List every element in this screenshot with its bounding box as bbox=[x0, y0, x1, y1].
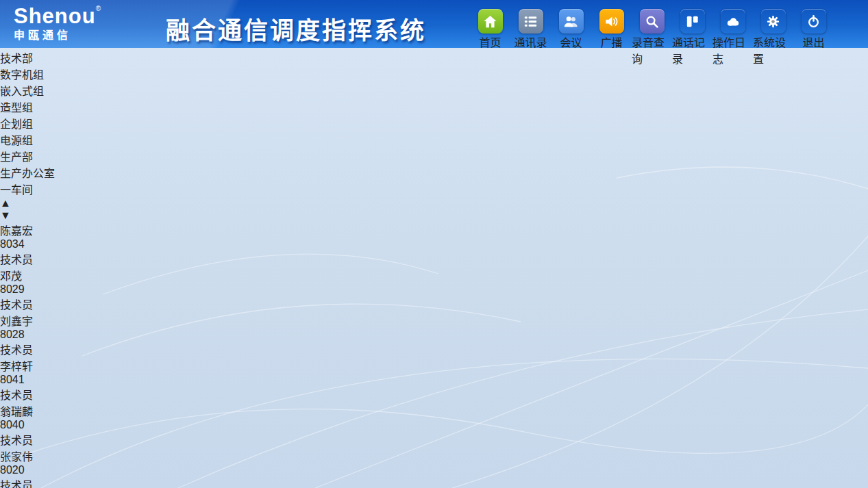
contact-name: 张家伟 bbox=[0, 448, 868, 464]
sidebar-item-qianrushizu[interactable]: 嵌入式组 bbox=[0, 82, 868, 99]
scroll-up-icon[interactable]: ▲ bbox=[0, 197, 868, 209]
contact-name: 邓茂 bbox=[0, 267, 868, 283]
call-log-icon bbox=[680, 9, 705, 34]
scroll-down-icon[interactable]: ▼ bbox=[0, 209, 868, 222]
header-bar: Shenou® 申瓯通信 融合通信调度指挥系统 首页 通讯录 会议 bbox=[0, 0, 868, 48]
registered-mark: ® bbox=[96, 5, 101, 12]
nav-label: 会议 bbox=[560, 34, 582, 50]
contact-role: 技术员 bbox=[0, 341, 868, 357]
page-title: 融合通信调度指挥系统 bbox=[166, 11, 426, 46]
nav-label: 通话记录 bbox=[672, 34, 712, 66]
contact-name: 翁瑞麟 bbox=[0, 402, 868, 419]
nav-label: 首页 bbox=[479, 34, 501, 50]
contact-grid: 陈嘉宏8034技术员 邓茂8029技术员 刘鑫宇8028技术员 李梓轩8041技… bbox=[0, 222, 868, 488]
logo-subtitle: 申瓯通信 bbox=[14, 30, 101, 41]
broadcast-icon bbox=[599, 9, 624, 34]
nav-label: 系统设置 bbox=[753, 34, 793, 66]
sidebar-item-zaoxingzu[interactable]: 造型组 bbox=[0, 99, 868, 115]
contact-name: 李梓轩 bbox=[0, 357, 868, 374]
contact-card[interactable]: 张家伟8020技术员 bbox=[0, 448, 868, 488]
contact-role: 技术员 bbox=[0, 251, 868, 267]
contact-extension: 8029 bbox=[0, 283, 868, 296]
contact-extension: 8040 bbox=[0, 419, 868, 431]
nav-label: 操作日志 bbox=[712, 34, 753, 66]
contacts-icon bbox=[519, 9, 543, 34]
nav-label: 退出 bbox=[802, 34, 824, 50]
contact-extension: 8041 bbox=[0, 374, 868, 386]
nav-label: 广播 bbox=[600, 34, 622, 50]
gear-icon bbox=[761, 9, 786, 34]
nav-label: 通讯录 bbox=[514, 34, 547, 50]
power-icon bbox=[802, 9, 826, 34]
sidebar-item-shengchanbu[interactable]: 生产部 bbox=[0, 148, 868, 164]
sidebar-item-yichejian[interactable]: 一车间 bbox=[0, 181, 868, 197]
nav-home[interactable]: 首页 bbox=[470, 9, 510, 66]
contact-role: 技术员 bbox=[0, 476, 868, 488]
contact-card[interactable]: 陈嘉宏8034技术员 bbox=[0, 222, 868, 267]
contact-extension: 8020 bbox=[0, 464, 868, 476]
contact-card[interactable]: 李梓轩8041技术员 bbox=[0, 357, 868, 402]
logo-brand: Shenou bbox=[14, 4, 96, 28]
contact-role: 技术员 bbox=[0, 296, 868, 312]
contact-extension: 8028 bbox=[0, 329, 868, 341]
nav-recording-search[interactable]: 录音查询 bbox=[632, 9, 672, 66]
sidebar-item-dianyuanzu[interactable]: 电源组 bbox=[0, 131, 868, 148]
nav-label: 录音查询 bbox=[632, 34, 672, 66]
main-nav: 首页 通讯录 会议 广播 bbox=[470, 9, 834, 66]
sidebar-scrollbar[interactable]: ▲ ▼ bbox=[0, 197, 868, 222]
nav-broadcast[interactable]: 广播 bbox=[591, 9, 632, 66]
sidebar-item-shuzijizu[interactable]: 数字机组 bbox=[0, 66, 868, 82]
contact-name: 陈嘉宏 bbox=[0, 222, 868, 238]
sidebar-item-qihuazu[interactable]: 企划组 bbox=[0, 115, 868, 131]
contact-card[interactable]: 翁瑞麟8040技术员 bbox=[0, 402, 868, 448]
contact-card[interactable]: 刘鑫宇8028技术员 bbox=[0, 312, 868, 357]
contact-card[interactable]: 邓茂8029技术员 bbox=[0, 267, 868, 312]
contact-role: 技术员 bbox=[0, 431, 868, 448]
home-icon bbox=[478, 9, 503, 34]
contact-role: 技术员 bbox=[0, 386, 868, 402]
contact-name: 刘鑫宇 bbox=[0, 312, 868, 329]
meeting-icon bbox=[559, 9, 584, 34]
nav-meeting[interactable]: 会议 bbox=[551, 9, 591, 66]
nav-contacts[interactable]: 通讯录 bbox=[510, 9, 551, 66]
cloud-icon bbox=[721, 9, 745, 34]
search-icon bbox=[640, 9, 665, 34]
app-window: Shenou® 申瓯通信 融合通信调度指挥系统 首页 通讯录 会议 bbox=[0, 0, 868, 488]
contact-extension: 8034 bbox=[0, 238, 868, 251]
nav-call-log[interactable]: 通话记录 bbox=[672, 9, 712, 66]
sidebar-item-shengchanbangongshi[interactable]: 生产办公室 bbox=[0, 164, 868, 181]
nav-operation-log[interactable]: 操作日志 bbox=[712, 9, 753, 66]
shenou-logo: Shenou® 申瓯通信 bbox=[14, 5, 101, 41]
group-list: 技术部 数字机组 嵌入式组 造型组 企划组 电源组 生产部 生产办公室 一车间 … bbox=[0, 49, 868, 222]
nav-settings[interactable]: 系统设置 bbox=[753, 9, 793, 66]
nav-exit[interactable]: 退出 bbox=[793, 9, 834, 66]
